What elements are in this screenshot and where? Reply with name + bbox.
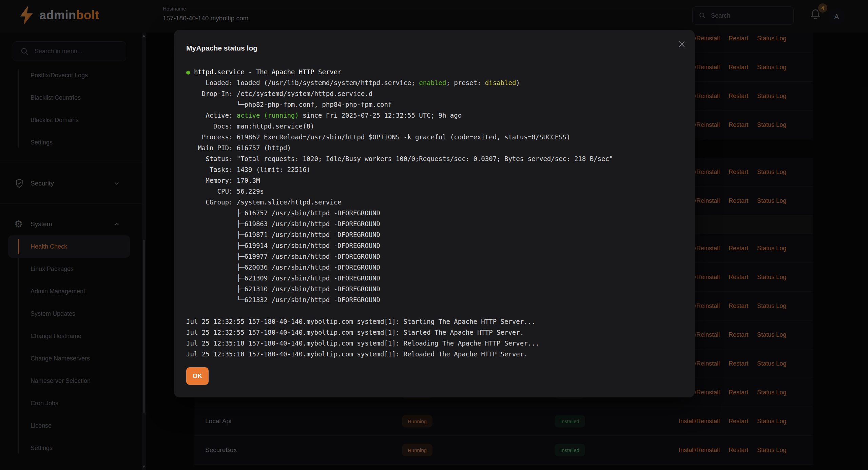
status-log-modal: MyApache status log ● httpd.service - Th…: [174, 30, 695, 397]
close-icon: [677, 40, 686, 48]
app-root: adminbolt Hostname 157-180-40-140.mybolt…: [0, 0, 868, 470]
service-status-log: ● httpd.service - The Apache HTTP Server…: [186, 66, 684, 361]
modal-title: MyApache status log: [186, 44, 257, 52]
ok-button[interactable]: OK: [186, 367, 209, 385]
close-button[interactable]: [677, 39, 687, 49]
